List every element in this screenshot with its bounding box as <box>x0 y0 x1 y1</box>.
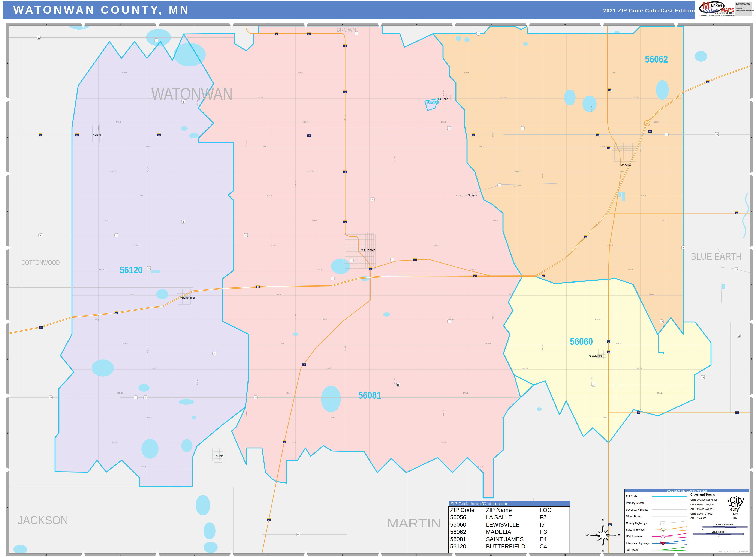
svg-text:ZIP Code: ZIP Code <box>450 507 474 513</box>
svg-text:3: 3 <box>751 209 752 212</box>
svg-text:3: 3 <box>448 127 449 129</box>
svg-text:C4: C4 <box>540 543 547 550</box>
svg-text:27: 27 <box>448 321 450 323</box>
svg-text:2: 2 <box>747 528 748 530</box>
svg-text:3: 3 <box>522 127 523 129</box>
svg-text:America's Leading Source of B: America's Leading Source of Business Map… <box>699 15 734 17</box>
svg-text:5: 5 <box>751 357 752 360</box>
svg-text:E: E <box>618 534 620 537</box>
svg-text:J: J <box>713 23 714 26</box>
svg-text:EMAIL US AT:: EMAIL US AT: <box>736 8 745 9</box>
svg-text:27: 27 <box>372 198 374 201</box>
svg-text:360th St: 360th St <box>326 368 331 369</box>
svg-text:300th St: 300th St <box>312 220 317 221</box>
svg-text:•City: •City <box>730 507 739 512</box>
svg-text:A: A <box>46 23 47 26</box>
svg-text:320th St: 320th St <box>99 269 104 270</box>
svg-text:340th Ave: 340th Ave <box>295 181 296 187</box>
svg-text:4: 4 <box>751 284 753 286</box>
svg-text:30: 30 <box>608 351 610 353</box>
svg-text:390th St: 390th St <box>441 442 446 443</box>
svg-text:360th Ave: 360th Ave <box>394 156 395 162</box>
svg-text:State Highways: State Highways <box>626 528 645 531</box>
svg-text:380th St: 380th St <box>603 417 608 418</box>
svg-text:BROWN: BROWN <box>337 27 356 33</box>
svg-text:5: 5 <box>7 357 8 360</box>
svg-text:10: 10 <box>397 384 399 386</box>
svg-text:280th St: 280th St <box>308 171 313 172</box>
svg-text:B: B <box>120 554 121 556</box>
svg-text:330th Ave: 330th Ave <box>246 411 247 417</box>
svg-text:4: 4 <box>345 171 346 173</box>
svg-text:ZIP Name: ZIP Name <box>486 507 512 513</box>
svg-text:9: 9 <box>683 246 684 248</box>
svg-text:4: 4 <box>370 268 371 270</box>
svg-text:290th St: 290th St <box>140 195 145 197</box>
svg-text:56081: 56081 <box>358 390 381 401</box>
svg-text:17: 17 <box>155 39 157 41</box>
svg-text:D: D <box>268 23 269 26</box>
svg-text:56062: 56062 <box>450 529 466 535</box>
svg-text:360th St: 360th St <box>152 368 157 369</box>
svg-text:300th St: 300th St <box>105 220 110 221</box>
svg-text:Cities and Towns: Cities and Towns <box>691 493 715 496</box>
svg-text:Toll Roads: Toll Roads <box>626 549 638 551</box>
svg-text:270th St: 270th St <box>262 146 267 147</box>
svg-text:30: 30 <box>39 134 41 137</box>
svg-text:280th St: 280th St <box>515 171 520 172</box>
svg-text:60: 60 <box>706 81 709 84</box>
svg-text:15: 15 <box>608 341 610 343</box>
svg-text:56060: 56060 <box>450 522 466 528</box>
svg-text:300th St: 300th St <box>662 220 667 221</box>
svg-text:1: 1 <box>751 61 752 64</box>
svg-text:310th St: 310th St <box>272 244 277 246</box>
svg-text:310th Ave: 310th Ave <box>147 166 149 172</box>
svg-text:56081: 56081 <box>450 536 466 543</box>
svg-text:4: 4 <box>284 442 285 444</box>
svg-text:330th St: 330th St <box>128 294 134 295</box>
svg-text:Minor Streets: Minor Streets <box>626 515 642 518</box>
svg-text:330th St: 330th St <box>649 294 654 295</box>
svg-text:H: H <box>564 554 566 556</box>
svg-text:13: 13 <box>498 184 500 186</box>
svg-text:260th St: 260th St <box>303 121 308 123</box>
svg-text:60: 60 <box>257 286 259 288</box>
svg-text:260th St: 260th St <box>653 121 659 123</box>
svg-text:123: 123 <box>662 536 664 538</box>
svg-text:410th Ave: 410th Ave <box>640 146 641 152</box>
svg-text:Cities 1 - 4,999: Cities 1 - 4,999 <box>691 517 706 520</box>
svg-text:56120: 56120 <box>450 543 466 550</box>
svg-text:Madelia: Madelia <box>620 163 631 167</box>
svg-text:390th Ave: 390th Ave <box>541 172 543 178</box>
svg-text:H: H <box>564 23 566 26</box>
svg-text:56056: 56056 <box>450 514 466 521</box>
svg-text:On Target. On Time.: On Target. On Time. <box>715 12 734 14</box>
svg-text:260th St: 260th St <box>441 121 446 123</box>
svg-text:5: 5 <box>148 267 149 269</box>
svg-text:2021 Watonwan County, MN Map: 2021 Watonwan County, MN Map <box>667 489 707 492</box>
svg-text:10: 10 <box>592 384 594 386</box>
svg-text:280th St: 280th St <box>110 171 115 172</box>
svg-text:COTTONWOOD: COTTONWOOD <box>22 259 60 266</box>
svg-text:370th St: 370th St <box>117 392 122 394</box>
svg-text:2: 2 <box>751 136 752 138</box>
svg-text:30: 30 <box>638 412 640 414</box>
svg-text:240th St: 240th St <box>463 72 468 74</box>
svg-text:BLUE EARTH: BLUE EARTH <box>691 251 742 262</box>
svg-text:H3: H3 <box>540 529 547 535</box>
svg-text:30: 30 <box>76 135 78 137</box>
svg-text:370th Ave: 370th Ave <box>443 410 444 416</box>
svg-text:4: 4 <box>7 284 8 286</box>
svg-text:F: F <box>416 554 417 556</box>
svg-text:27: 27 <box>702 376 704 378</box>
svg-text:370th Ave: 370th Ave <box>443 90 444 96</box>
svg-text:280th St: 280th St <box>620 171 625 172</box>
svg-text:350th St: 350th St <box>123 343 128 345</box>
svg-text:3: 3 <box>40 234 41 236</box>
svg-text:10: 10 <box>255 397 257 399</box>
svg-text:7: 7 <box>7 506 8 508</box>
svg-text:400th Ave: 400th Ave <box>591 106 592 112</box>
svg-text:JACKSON: JACKSON <box>18 514 68 527</box>
svg-text:57: 57 <box>332 277 334 280</box>
svg-text:16: 16 <box>50 397 52 399</box>
